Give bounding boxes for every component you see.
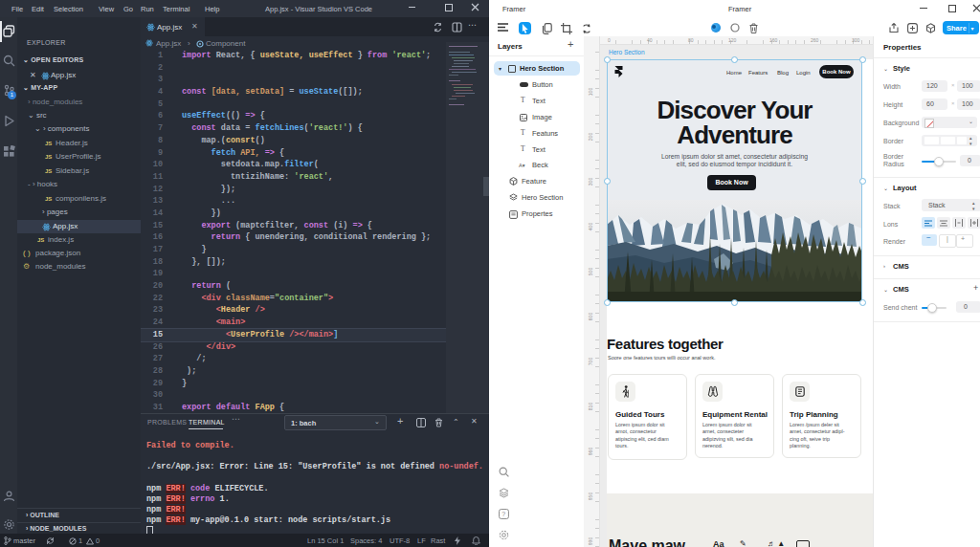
svg-text:?: ? xyxy=(501,511,505,517)
